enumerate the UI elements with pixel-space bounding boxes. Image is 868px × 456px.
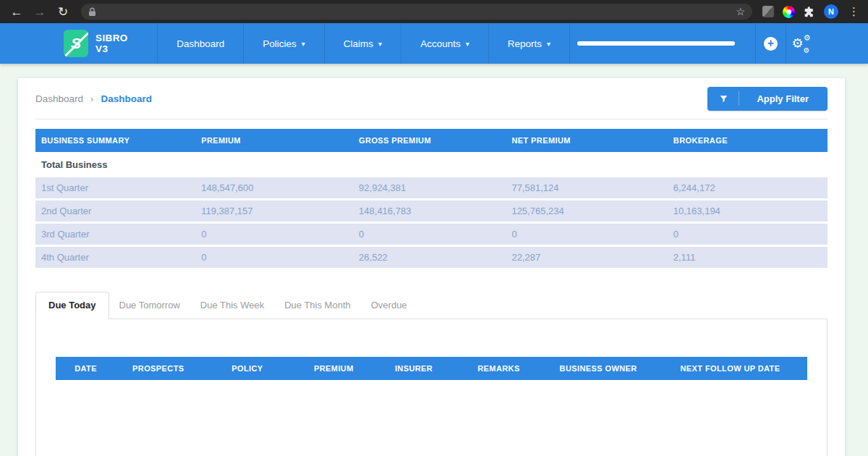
- nav-item-accounts[interactable]: Accounts ▾: [401, 23, 489, 64]
- caret-down-icon: ▾: [547, 40, 550, 48]
- cell-net-premium: 125,765,234: [506, 206, 667, 216]
- extension-icon[interactable]: [762, 6, 774, 17]
- caret-down-icon: ▾: [378, 40, 382, 48]
- logo-letter: S: [71, 35, 81, 52]
- cell-premium: 0: [195, 229, 353, 240]
- cell-net-premium: 77,581,124: [506, 182, 667, 193]
- row-label: 1st Quarter: [35, 182, 195, 193]
- gears-icon: ⚙ ⚙ ⚙: [792, 35, 811, 52]
- nav-item-reports[interactable]: Reports ▾: [489, 23, 570, 64]
- cell-gross-premium: 148,416,783: [353, 206, 506, 216]
- apply-filter-label: Apply Filter: [739, 93, 826, 104]
- column-header: PREMIUM: [195, 136, 353, 145]
- brand-logo[interactable]: S SIBRO V3: [0, 23, 158, 64]
- plus-circle-icon: +: [764, 37, 778, 51]
- due-today-panel: DATE PROSPECTS POLICY PREMIUM INSURER RE…: [35, 318, 827, 456]
- table-row-q2: 2nd Quarter 119,387,157 148,416,783 125,…: [35, 200, 827, 221]
- due-tabs: Due Today Due Tomorrow Due This Week Due…: [35, 292, 827, 318]
- cell-premium: 0: [195, 252, 353, 263]
- table-row-q1: 1st Quarter 148,547,600 92,924,381 77,58…: [35, 177, 827, 198]
- sibro-logo-icon: S: [64, 30, 88, 57]
- back-icon[interactable]: ←: [9, 6, 25, 18]
- lock-icon: [88, 7, 96, 17]
- row-label: 2nd Quarter: [35, 206, 195, 216]
- brand-name: SIBRO V3: [95, 33, 138, 54]
- column-header: DATE: [56, 364, 116, 373]
- column-header: GROSS PREMIUM: [353, 136, 506, 145]
- caret-down-icon: ▾: [302, 40, 305, 48]
- tab-due-today[interactable]: Due Today: [35, 292, 109, 319]
- cell-gross-premium: 92,924,381: [353, 182, 506, 193]
- row-label: 3rd Quarter: [35, 229, 195, 240]
- nav-label: Accounts: [420, 38, 461, 49]
- breadcrumb-separator-icon: ›: [90, 93, 93, 104]
- nav-label: Claims: [344, 38, 373, 49]
- cell-net-premium: 22,287: [506, 252, 667, 263]
- dashboard-card: Dashboard › Dashboard Apply Filter BUSIN…: [18, 78, 845, 456]
- bookmark-star-icon[interactable]: ☆: [736, 6, 745, 17]
- browser-chrome: ← → ↻ ☆ N ⋮: [0, 0, 868, 23]
- tab-due-this-week[interactable]: Due This Week: [190, 292, 274, 318]
- profile-avatar[interactable]: N: [824, 4, 838, 19]
- divider: [35, 119, 827, 119]
- column-header: PROSPECTS: [116, 364, 200, 373]
- nav-item-claims[interactable]: Claims ▾: [325, 23, 401, 64]
- breadcrumb-parent[interactable]: Dashboard: [35, 93, 83, 104]
- summary-header-row: BUSINESS SUMMARY PREMIUM GROSS PREMIUM N…: [35, 129, 827, 152]
- column-header: PREMIUM: [294, 364, 373, 373]
- reload-icon[interactable]: ↻: [55, 6, 71, 18]
- cell-gross-premium: 26,522: [353, 252, 506, 263]
- row-label: 4th Quarter: [35, 252, 195, 263]
- table-row-total-business: Total Business: [35, 152, 827, 177]
- cell-brokerage: 0: [668, 229, 827, 240]
- nav-label: Dashboard: [176, 38, 224, 49]
- navbar-right: + ⚙ ⚙ ⚙: [570, 23, 868, 64]
- column-header: BUSINESS OWNER: [543, 364, 653, 373]
- column-header: NEXT FOLLOW UP DATE: [653, 364, 807, 373]
- column-header: NET PREMIUM: [506, 136, 667, 145]
- column-header: BROKERAGE: [668, 136, 827, 145]
- settings-button[interactable]: ⚙ ⚙ ⚙: [786, 23, 816, 64]
- cell-brokerage: 10,163,194: [668, 206, 827, 216]
- navbar-search-input[interactable]: [577, 41, 735, 46]
- column-header: POLICY: [201, 364, 294, 373]
- column-header: BUSINESS SUMMARY: [35, 136, 195, 145]
- group-label: Total Business: [35, 159, 195, 170]
- app-navbar: S SIBRO V3 Dashboard Policies ▾ Claims ▾…: [0, 23, 868, 64]
- column-header: REMARKS: [454, 364, 544, 373]
- due-table-header-row: DATE PROSPECTS POLICY PREMIUM INSURER RE…: [56, 357, 807, 380]
- cell-premium: 148,547,600: [195, 182, 353, 193]
- nav-item-dashboard[interactable]: Dashboard: [158, 23, 244, 64]
- cell-premium: 119,387,157: [195, 206, 353, 216]
- cell-brokerage: 2,111: [668, 252, 827, 263]
- cell-net-premium: 0: [506, 229, 667, 240]
- business-summary-table: BUSINESS SUMMARY PREMIUM GROSS PREMIUM N…: [35, 129, 827, 268]
- table-row-q3: 3rd Quarter 0 0 0 0: [35, 224, 827, 245]
- filter-funnel-icon: [709, 91, 739, 106]
- tab-overdue[interactable]: Overdue: [361, 292, 417, 318]
- address-bar[interactable]: ☆: [81, 4, 752, 20]
- quick-add-button[interactable]: +: [755, 23, 786, 64]
- colorwheel-center: [786, 9, 791, 14]
- column-header: INSURER: [373, 364, 454, 373]
- cell-brokerage: 6,244,172: [668, 182, 827, 193]
- browser-menu-icon[interactable]: ⋮: [847, 5, 861, 18]
- browser-toolbar-icons: N ⋮: [762, 4, 862, 19]
- table-row-q4: 4th Quarter 0 26,522 22,287 2,111: [35, 247, 827, 268]
- caret-down-icon: ▾: [466, 40, 469, 48]
- nav-item-policies[interactable]: Policies ▾: [244, 23, 325, 64]
- tab-due-tomorrow[interactable]: Due Tomorrow: [109, 292, 190, 318]
- forward-icon[interactable]: →: [32, 6, 48, 18]
- apply-filter-button[interactable]: Apply Filter: [707, 87, 827, 111]
- colorwheel-extension-icon[interactable]: [783, 6, 795, 18]
- nav-label: Policies: [263, 38, 297, 49]
- nav-label: Reports: [508, 38, 542, 49]
- breadcrumb-current[interactable]: Dashboard: [101, 93, 152, 104]
- tab-due-this-month[interactable]: Due This Month: [274, 292, 361, 318]
- cell-gross-premium: 0: [353, 229, 506, 240]
- breadcrumb: Dashboard › Dashboard Apply Filter: [35, 78, 827, 119]
- main-menu: Dashboard Policies ▾ Claims ▾ Accounts ▾…: [158, 23, 570, 64]
- extensions-puzzle-icon[interactable]: [804, 6, 815, 17]
